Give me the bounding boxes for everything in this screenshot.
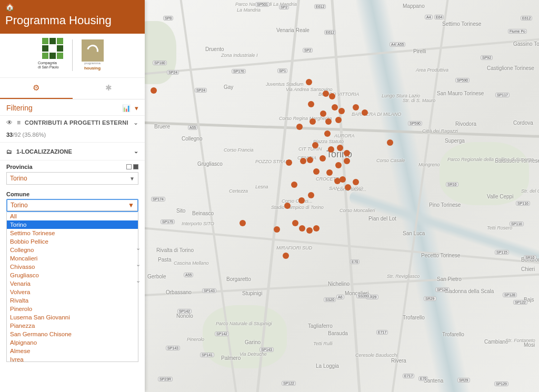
map-label: Corso Moncalieri (340, 208, 375, 213)
map-label: Mongreno (418, 162, 440, 167)
map-marker[interactable] (308, 192, 314, 198)
map-marker[interactable] (320, 155, 326, 162)
comune-option[interactable]: Pinerolo (7, 305, 138, 313)
map-marker[interactable] (291, 182, 297, 188)
comune-option[interactable]: Ivrea (7, 355, 138, 362)
comune-select[interactable]: Torino ▼ (6, 199, 138, 212)
map-marker[interactable] (353, 104, 359, 110)
map-marker[interactable] (344, 150, 350, 156)
road-shield: SP115 (495, 250, 509, 255)
map-label: Trofarello (403, 315, 425, 320)
comune-option[interactable]: Almese (7, 347, 138, 355)
map-label: Cordova (513, 120, 533, 126)
map-marker[interactable] (307, 157, 313, 163)
comune-option[interactable]: Chivasso (7, 263, 138, 271)
comune-option[interactable]: All (7, 212, 138, 220)
chevron-down-icon[interactable]: ⌄ (136, 277, 141, 284)
map-marker[interactable] (335, 162, 342, 168)
map-marker[interactable] (328, 146, 334, 153)
map-marker[interactable] (344, 158, 350, 164)
chart-icon[interactable]: 📊 (122, 104, 131, 112)
logo-area: Compagniadi San Paolo programma housing (0, 34, 145, 78)
road-shield: SP24 (167, 70, 179, 75)
comune-option[interactable]: Moncalieri (7, 254, 138, 263)
comune-option[interactable]: Pianezza (7, 321, 138, 330)
map-marker[interactable] (284, 203, 291, 209)
map-marker[interactable] (340, 176, 346, 183)
map-marker[interactable] (337, 145, 343, 151)
provincia-label: Provincia (6, 164, 33, 170)
map-marker[interactable] (313, 168, 320, 175)
map-label: Interporto SITO (182, 221, 214, 226)
list-icon[interactable]: ≡ (17, 119, 21, 126)
chevron-down-icon[interactable]: ⌄ (136, 261, 141, 268)
chevron-down-icon[interactable]: ⌄ (133, 119, 138, 126)
map-marker[interactable] (345, 184, 351, 190)
map-marker[interactable] (306, 227, 313, 234)
folder-icon: 🗂 (6, 148, 12, 155)
map-marker[interactable] (151, 87, 157, 94)
map-label: Rivodora (455, 121, 476, 127)
map-marker[interactable] (338, 108, 345, 114)
map-marker[interactable] (312, 142, 318, 148)
map-marker[interactable] (274, 226, 280, 233)
map-marker[interactable] (296, 124, 303, 130)
map-marker[interactable] (329, 93, 335, 99)
tab-settings[interactable]: ✱ (73, 78, 145, 99)
comune-option[interactable]: Alpignano (7, 338, 138, 347)
map-label: MIRAFIORI SUD (276, 245, 312, 250)
map-marker[interactable] (300, 158, 306, 164)
map-marker[interactable] (324, 130, 331, 137)
map-label: Lesna (255, 184, 268, 189)
road-shield: E717 (376, 330, 388, 335)
map-marker[interactable] (306, 79, 312, 85)
section-localizzazione[interactable]: 🗂 1-LOCALIZZAZIONE ⌄ (0, 143, 145, 160)
filtering-label: Filtering (6, 104, 33, 112)
map-marker[interactable] (299, 225, 305, 232)
map-marker[interactable] (362, 109, 368, 116)
map-marker[interactable] (292, 220, 298, 226)
road-shield: SP142 (177, 309, 192, 314)
map-label: Borgaretto (226, 276, 251, 282)
map-marker[interactable] (353, 179, 359, 185)
comune-option[interactable]: Grugliasco (7, 271, 138, 279)
map-marker[interactable] (332, 104, 338, 110)
home-icon[interactable]: 🏠 (5, 3, 14, 11)
map-marker[interactable] (325, 118, 332, 125)
caret-down-icon[interactable]: ▾ (135, 104, 138, 112)
map-marker[interactable] (239, 220, 246, 226)
map-marker[interactable] (298, 197, 305, 204)
map-marker[interactable] (335, 117, 342, 123)
toggle-provincia[interactable] (126, 164, 138, 169)
map-marker[interactable] (286, 159, 292, 166)
map-marker[interactable] (387, 139, 393, 146)
comune-option[interactable]: Torino (7, 220, 138, 229)
map-marker[interactable] (310, 118, 316, 125)
comune-option[interactable]: Rivalta (7, 296, 138, 305)
comune-option[interactable]: Luserna San Giovanni (7, 313, 138, 321)
map-marker[interactable] (283, 253, 289, 259)
eye-icon[interactable]: 👁 (6, 119, 13, 126)
map-marker[interactable] (326, 169, 333, 176)
chevron-down-icon[interactable]: ⌄ (136, 245, 141, 252)
layer-name: CONTRIBUTI A PROGETTI ESTERNI (25, 119, 129, 126)
map-marker[interactable] (323, 91, 329, 97)
comune-option[interactable]: Bobbio Pellice (7, 237, 138, 246)
road-shield: SP590 (408, 121, 422, 126)
comune-option[interactable]: Volvera (7, 288, 138, 296)
road-shield: SP116 (516, 201, 530, 206)
map-marker[interactable] (308, 101, 314, 107)
comune-option[interactable]: Venaria (7, 279, 138, 288)
map-canvas[interactable]: TorinoVenaria RealeDruentoCollegnoGrugli… (145, 0, 539, 392)
map-marker[interactable] (320, 110, 326, 117)
map-marker[interactable] (313, 225, 320, 232)
comune-dropdown[interactable]: AllTorinoSettimo TorineseBobbio PelliceC… (6, 212, 138, 362)
comune-option[interactable]: San Germano Chisone (7, 330, 138, 338)
provincia-select[interactable]: Torino ▼ (6, 172, 138, 185)
map-label: Tetti Rosero (487, 225, 512, 230)
layer-row[interactable]: 👁 ≡ CONTRIBUTI A PROGETTI ESTERNI ⌄ (0, 115, 145, 129)
comune-option[interactable]: Collegno (7, 246, 138, 254)
tab-filter[interactable]: ⚙ (0, 78, 73, 99)
comune-option[interactable]: Settimo Torinese (7, 229, 138, 237)
road-shield: SS20 (324, 297, 336, 302)
